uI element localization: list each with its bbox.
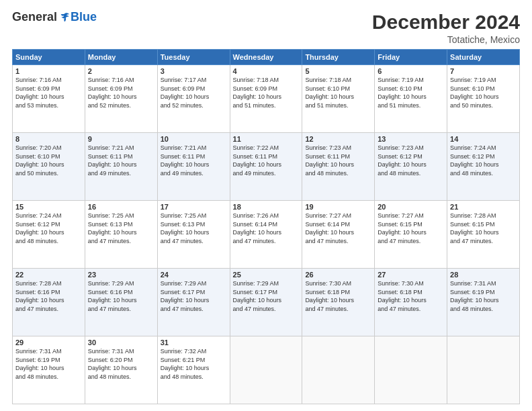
- table-row: 23Sunrise: 7:29 AM Sunset: 6:16 PM Dayli…: [85, 269, 157, 336]
- col-tuesday: Tuesday: [157, 50, 230, 65]
- table-row: [375, 336, 447, 404]
- col-thursday: Thursday: [302, 50, 375, 65]
- calendar-week-row: 1Sunrise: 7:16 AM Sunset: 6:09 PM Daylig…: [13, 65, 520, 133]
- day-info: Sunrise: 7:18 AM Sunset: 6:09 PM Dayligh…: [233, 76, 300, 109]
- col-wednesday: Wednesday: [230, 50, 302, 65]
- table-row: 25Sunrise: 7:29 AM Sunset: 6:17 PM Dayli…: [230, 269, 302, 336]
- day-number: 9: [88, 135, 154, 143]
- day-info: Sunrise: 7:21 AM Sunset: 6:11 PM Dayligh…: [161, 144, 227, 177]
- title-block: December 2024 Totatiche, Mexico: [372, 11, 520, 45]
- day-info: Sunrise: 7:18 AM Sunset: 6:10 PM Dayligh…: [305, 76, 371, 109]
- col-friday: Friday: [375, 50, 447, 65]
- table-row: 7Sunrise: 7:19 AM Sunset: 6:10 PM Daylig…: [447, 65, 520, 133]
- day-number: 4: [233, 67, 300, 75]
- day-info: Sunrise: 7:27 AM Sunset: 6:15 PM Dayligh…: [378, 212, 444, 245]
- day-number: 12: [305, 135, 371, 143]
- calendar-table: Sunday Monday Tuesday Wednesday Thursday…: [12, 49, 520, 404]
- table-row: 1Sunrise: 7:16 AM Sunset: 6:09 PM Daylig…: [13, 65, 85, 133]
- day-number: 19: [305, 203, 371, 211]
- day-info: Sunrise: 7:24 AM Sunset: 6:12 PM Dayligh…: [15, 212, 82, 245]
- day-info: Sunrise: 7:29 AM Sunset: 6:17 PM Dayligh…: [161, 279, 227, 313]
- table-row: 20Sunrise: 7:27 AM Sunset: 6:15 PM Dayli…: [375, 201, 447, 269]
- day-info: Sunrise: 7:24 AM Sunset: 6:12 PM Dayligh…: [450, 144, 517, 177]
- day-number: 31: [161, 338, 227, 347]
- day-info: Sunrise: 7:20 AM Sunset: 6:10 PM Dayligh…: [15, 144, 82, 177]
- day-info: Sunrise: 7:17 AM Sunset: 6:09 PM Dayligh…: [161, 76, 227, 109]
- month-title: December 2024: [372, 11, 520, 33]
- day-number: 26: [305, 271, 371, 279]
- col-saturday: Saturday: [447, 50, 520, 65]
- day-info: Sunrise: 7:16 AM Sunset: 6:09 PM Dayligh…: [88, 76, 154, 109]
- day-number: 23: [88, 271, 154, 279]
- table-row: [230, 336, 302, 404]
- table-row: 4Sunrise: 7:18 AM Sunset: 6:09 PM Daylig…: [230, 65, 302, 133]
- table-row: 8Sunrise: 7:20 AM Sunset: 6:10 PM Daylig…: [13, 133, 85, 201]
- table-row: 30Sunrise: 7:31 AM Sunset: 6:20 PM Dayli…: [85, 336, 157, 404]
- day-number: 28: [450, 271, 517, 279]
- calendar-week-row: 22Sunrise: 7:28 AM Sunset: 6:16 PM Dayli…: [13, 269, 520, 336]
- table-row: 26Sunrise: 7:30 AM Sunset: 6:18 PM Dayli…: [302, 269, 375, 336]
- table-row: 18Sunrise: 7:26 AM Sunset: 6:14 PM Dayli…: [230, 201, 302, 269]
- col-sunday: Sunday: [13, 50, 85, 65]
- table-row: 17Sunrise: 7:25 AM Sunset: 6:13 PM Dayli…: [157, 201, 230, 269]
- table-row: 29Sunrise: 7:31 AM Sunset: 6:19 PM Dayli…: [13, 336, 85, 404]
- day-info: Sunrise: 7:25 AM Sunset: 6:13 PM Dayligh…: [88, 212, 154, 245]
- day-number: 8: [15, 135, 82, 143]
- day-info: Sunrise: 7:25 AM Sunset: 6:13 PM Dayligh…: [161, 212, 227, 245]
- day-number: 15: [15, 203, 82, 211]
- day-number: 30: [88, 338, 154, 347]
- table-row: 27Sunrise: 7:30 AM Sunset: 6:18 PM Dayli…: [375, 269, 447, 336]
- day-number: 5: [305, 67, 371, 75]
- calendar-week-row: 8Sunrise: 7:20 AM Sunset: 6:10 PM Daylig…: [13, 133, 520, 201]
- logo: General Blue: [12, 11, 97, 24]
- calendar-header-row: Sunday Monday Tuesday Wednesday Thursday…: [13, 50, 520, 65]
- calendar-week-row: 29Sunrise: 7:31 AM Sunset: 6:19 PM Dayli…: [13, 336, 520, 404]
- day-info: Sunrise: 7:32 AM Sunset: 6:21 PM Dayligh…: [161, 347, 227, 381]
- table-row: 24Sunrise: 7:29 AM Sunset: 6:17 PM Dayli…: [157, 269, 230, 336]
- table-row: 5Sunrise: 7:18 AM Sunset: 6:10 PM Daylig…: [302, 65, 375, 133]
- day-info: Sunrise: 7:23 AM Sunset: 6:11 PM Dayligh…: [305, 144, 371, 177]
- day-info: Sunrise: 7:22 AM Sunset: 6:11 PM Dayligh…: [233, 144, 300, 177]
- day-info: Sunrise: 7:29 AM Sunset: 6:16 PM Dayligh…: [88, 279, 154, 313]
- day-info: Sunrise: 7:31 AM Sunset: 6:19 PM Dayligh…: [15, 347, 82, 381]
- logo-blue: Blue: [71, 11, 97, 24]
- table-row: 13Sunrise: 7:23 AM Sunset: 6:12 PM Dayli…: [375, 133, 447, 201]
- day-info: Sunrise: 7:26 AM Sunset: 6:14 PM Dayligh…: [233, 212, 300, 245]
- day-number: 24: [161, 271, 227, 279]
- header: General Blue December 2024 Totatiche, Me…: [12, 11, 520, 45]
- table-row: 11Sunrise: 7:22 AM Sunset: 6:11 PM Dayli…: [230, 133, 302, 201]
- day-number: 21: [450, 203, 517, 211]
- table-row: 31Sunrise: 7:32 AM Sunset: 6:21 PM Dayli…: [157, 336, 230, 404]
- day-number: 6: [378, 67, 444, 75]
- table-row: 14Sunrise: 7:24 AM Sunset: 6:12 PM Dayli…: [447, 133, 520, 201]
- col-monday: Monday: [85, 50, 157, 65]
- day-number: 18: [233, 203, 300, 211]
- table-row: 28Sunrise: 7:31 AM Sunset: 6:19 PM Dayli…: [447, 269, 520, 336]
- day-number: 22: [15, 271, 82, 279]
- day-info: Sunrise: 7:30 AM Sunset: 6:18 PM Dayligh…: [378, 279, 444, 313]
- page: General Blue December 2024 Totatiche, Me…: [0, 0, 532, 411]
- table-row: 19Sunrise: 7:27 AM Sunset: 6:14 PM Dayli…: [302, 201, 375, 269]
- day-number: 2: [88, 67, 154, 75]
- day-number: 3: [161, 67, 227, 75]
- table-row: 16Sunrise: 7:25 AM Sunset: 6:13 PM Dayli…: [85, 201, 157, 269]
- day-number: 10: [161, 135, 227, 143]
- day-info: Sunrise: 7:27 AM Sunset: 6:14 PM Dayligh…: [305, 212, 371, 245]
- day-number: 11: [233, 135, 300, 143]
- day-number: 25: [233, 271, 300, 279]
- logo-general: General: [12, 11, 57, 24]
- day-number: 7: [450, 67, 517, 75]
- table-row: 12Sunrise: 7:23 AM Sunset: 6:11 PM Dayli…: [302, 133, 375, 201]
- day-number: 1: [15, 67, 82, 75]
- day-number: 17: [161, 203, 227, 211]
- day-info: Sunrise: 7:23 AM Sunset: 6:12 PM Dayligh…: [378, 144, 444, 177]
- table-row: 9Sunrise: 7:21 AM Sunset: 6:11 PM Daylig…: [85, 133, 157, 201]
- day-info: Sunrise: 7:31 AM Sunset: 6:19 PM Dayligh…: [450, 279, 517, 313]
- day-number: 27: [378, 271, 444, 279]
- day-info: Sunrise: 7:31 AM Sunset: 6:20 PM Dayligh…: [88, 347, 154, 381]
- table-row: 22Sunrise: 7:28 AM Sunset: 6:16 PM Dayli…: [13, 269, 85, 336]
- table-row: 3Sunrise: 7:17 AM Sunset: 6:09 PM Daylig…: [157, 65, 230, 133]
- table-row: 6Sunrise: 7:19 AM Sunset: 6:10 PM Daylig…: [375, 65, 447, 133]
- day-number: 16: [88, 203, 154, 211]
- day-number: 14: [450, 135, 517, 143]
